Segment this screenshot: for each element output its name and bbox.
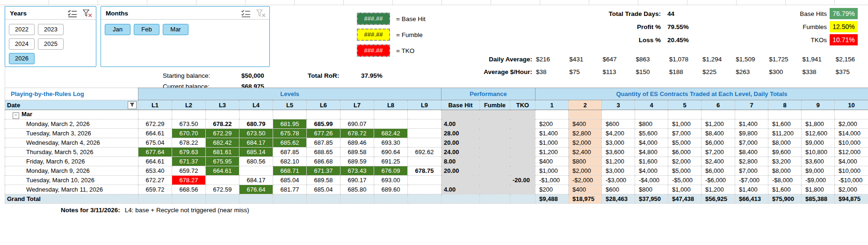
level-cell[interactable] — [239, 166, 273, 176]
qty-cell[interactable]: $4,000 — [635, 138, 668, 148]
base-hit-cell[interactable]: 8.00 — [441, 157, 480, 166]
perf-cell[interactable] — [510, 110, 535, 119]
qty-cell[interactable] — [735, 110, 768, 119]
qty-cell[interactable]: $800 — [635, 119, 668, 129]
qty-cell[interactable] — [702, 110, 735, 119]
qty-cell[interactable]: $8,400 — [735, 148, 768, 157]
qty-cell[interactable]: -$8,000 — [768, 176, 802, 185]
level-cell[interactable] — [138, 110, 172, 119]
qty-cell[interactable]: $2,000 — [835, 119, 868, 129]
grand-total-cell[interactable] — [374, 194, 408, 204]
level-cell[interactable]: 673.50 — [172, 119, 206, 129]
qty-cell[interactable]: -$10,000 — [835, 176, 868, 185]
tko-cell[interactable] — [510, 138, 535, 148]
qty-cell[interactable]: $3,600 — [602, 148, 635, 157]
level-header-L7[interactable]: L7 — [340, 100, 374, 110]
perf-header-fumble[interactable]: Fumble — [480, 100, 510, 110]
level-cell[interactable]: 664.61 — [138, 157, 172, 166]
level-cell[interactable]: 677.64 — [138, 148, 172, 157]
qty-cell[interactable]: $7,000 — [668, 129, 702, 138]
level-cell[interactable]: 678.22 — [172, 138, 206, 148]
tko-cell[interactable] — [510, 129, 535, 138]
level-cell[interactable]: 686.68 — [307, 157, 340, 166]
level-cell[interactable]: 678.22 — [206, 119, 239, 129]
fumble-cell[interactable] — [480, 176, 510, 185]
date-cell[interactable]: Monday, March 2, 2026 — [5, 119, 138, 129]
qty-cell[interactable]: $5,600 — [635, 129, 668, 138]
grand-total-cell[interactable] — [510, 194, 535, 204]
qty-cell[interactable]: -$3,000 — [602, 176, 635, 185]
qty-cell[interactable]: $1,000 — [668, 185, 702, 194]
tko-cell[interactable] — [510, 148, 535, 157]
qty-header-1[interactable]: 1 — [535, 100, 569, 110]
grand-total-cell[interactable] — [480, 194, 510, 204]
level-cell[interactable] — [374, 119, 408, 129]
qty-cell[interactable]: -$4,000 — [635, 176, 668, 185]
filter-icon[interactable] — [128, 101, 137, 109]
perf-header-base-hit[interactable]: Base Hit — [441, 100, 480, 110]
qty-header-3[interactable]: 3 — [602, 100, 635, 110]
qty-cell[interactable]: -$5,000 — [668, 176, 702, 185]
level-cell[interactable]: 687.85 — [307, 138, 340, 148]
qty-cell[interactable]: $400 — [569, 185, 602, 194]
base-hit-cell[interactable]: 20.00 — [441, 138, 480, 148]
fumble-cell[interactable] — [480, 119, 510, 129]
level-cell[interactable]: 682.42 — [206, 138, 239, 148]
level-cell[interactable] — [408, 119, 441, 129]
qty-cell[interactable]: $10,000 — [835, 166, 868, 176]
base-hit-cell[interactable]: 4.00 — [441, 119, 480, 129]
year-button-2025[interactable]: 2025 — [38, 38, 64, 50]
qty-cell[interactable]: $14,000 — [835, 129, 868, 138]
grand-total-cell[interactable] — [206, 194, 239, 204]
level-cell[interactable] — [408, 110, 441, 119]
level-cell[interactable]: 684.17 — [239, 176, 273, 185]
qty-cell[interactable]: $1,400 — [735, 185, 768, 194]
qty-cell[interactable]: $1,200 — [702, 185, 735, 194]
level-cell[interactable]: 677.26 — [307, 129, 340, 138]
level-cell[interactable]: 668.56 — [172, 185, 206, 194]
level-cell[interactable] — [408, 185, 441, 194]
multi-select-icon[interactable] — [241, 9, 251, 17]
base-hit-cell[interactable]: 28.00 — [441, 129, 480, 138]
level-cell[interactable]: 684.17 — [239, 138, 273, 148]
qty-header-8[interactable]: 8 — [768, 100, 802, 110]
qty-cell[interactable]: $6,000 — [668, 148, 702, 157]
base-hit-cell[interactable] — [441, 176, 480, 185]
month-button-Feb[interactable]: Feb — [134, 24, 159, 35]
base-hit-cell[interactable]: 4.00 — [441, 185, 480, 194]
qty-cell[interactable]: $1,600 — [768, 185, 802, 194]
perf-header-tko[interactable]: TKO — [510, 100, 535, 110]
level-cell[interactable] — [273, 110, 307, 119]
grand-total-value[interactable]: $47,438 — [668, 194, 702, 204]
date-cell[interactable]: Friday, March 6, 2026 — [5, 157, 138, 166]
qty-cell[interactable]: $2,400 — [702, 157, 735, 166]
level-cell[interactable]: 672.29 — [138, 119, 172, 129]
level-cell[interactable]: 685.80 — [340, 185, 374, 194]
grand-total-cell[interactable] — [340, 194, 374, 204]
qty-cell[interactable]: $2,000 — [569, 138, 602, 148]
qty-cell[interactable] — [602, 110, 635, 119]
date-cell[interactable]: Wednesday, March 11, 2026 — [5, 185, 138, 194]
grand-total-value[interactable]: $56,925 — [702, 194, 735, 204]
level-cell[interactable]: 682.42 — [374, 129, 408, 138]
grand-total-value[interactable]: $18,975 — [569, 194, 602, 204]
tko-cell[interactable] — [510, 119, 535, 129]
fumble-cell[interactable] — [480, 129, 510, 138]
grand-total-value[interactable]: $66,413 — [735, 194, 768, 204]
qty-cell[interactable]: $11,200 — [768, 129, 802, 138]
level-header-L4[interactable]: L4 — [239, 100, 273, 110]
qty-cell[interactable]: $1,800 — [802, 185, 835, 194]
level-cell[interactable]: 671.37 — [172, 157, 206, 166]
qty-header-10[interactable]: 10 — [835, 100, 868, 110]
multi-select-icon[interactable] — [67, 9, 77, 17]
level-cell[interactable] — [239, 110, 273, 119]
qty-cell[interactable]: $9,600 — [768, 148, 802, 157]
grand-total-cell[interactable] — [273, 194, 307, 204]
qty-cell[interactable]: $1,000 — [668, 119, 702, 129]
tko-cell[interactable]: -20.00 — [510, 176, 535, 185]
qty-cell[interactable]: $4,800 — [635, 148, 668, 157]
grand-total-value[interactable]: $85,388 — [802, 194, 835, 204]
qty-header-9[interactable]: 9 — [802, 100, 835, 110]
grand-total-value[interactable]: $9,488 — [535, 194, 569, 204]
level-cell[interactable]: 664.61 — [138, 129, 172, 138]
